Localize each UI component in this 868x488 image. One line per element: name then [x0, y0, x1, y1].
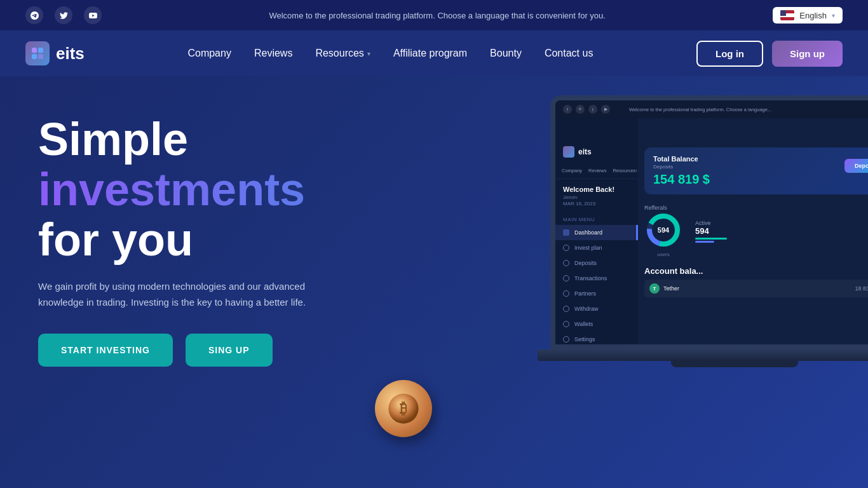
top-bar: Welcome to the professional trading plat…	[0, 0, 868, 30]
laptop-screen: f ✈ t ▶ Welcome to the professional trad…	[550, 95, 868, 349]
dash-main: Total Balance Deposits 154 819 $ Deposit	[638, 118, 868, 347]
bitcoin-coin: ₿	[375, 380, 432, 437]
dash-deposit-button[interactable]: Deposit	[844, 159, 868, 173]
dash-menu-withdraw[interactable]: Withdraw	[555, 301, 638, 316]
dash-account-balance-label: Account bala...	[644, 266, 868, 276]
dash-ref-users: users	[644, 252, 682, 257]
dash-logo-text: eits	[578, 147, 592, 156]
svg-rect-0	[32, 48, 37, 53]
dash-tg-icon: ✈	[576, 105, 585, 114]
dash-fb-icon: f	[563, 105, 572, 114]
dash-sidebar: eits Company Reviews Resources› Referral…	[555, 118, 638, 347]
dash-menu-wallets[interactable]: Wallets	[555, 316, 638, 332]
svg-rect-1	[38, 48, 43, 53]
dash-withdraw-icon	[563, 306, 569, 312]
dash-welcome-text: Welcome to the professional trading plat…	[629, 107, 771, 112]
dash-menu-deposits[interactable]: Deposits	[555, 255, 638, 271]
dash-invest-icon	[563, 245, 569, 251]
logo-icon	[25, 41, 50, 65]
nav-buttons: Log in Sign up	[696, 41, 843, 67]
dash-main-inner: Total Balance Deposits 154 819 $ Deposit	[638, 141, 868, 304]
telegram-icon[interactable]	[25, 6, 43, 24]
dash-logo-icon	[563, 146, 574, 158]
dash-total-balance: Total Balance Deposits 154 819 $ Deposit	[644, 147, 868, 194]
start-investing-button[interactable]: START INVESTING	[38, 334, 173, 367]
svg-text:₿: ₿	[400, 400, 407, 417]
dash-yt-icon: ▶	[601, 105, 610, 114]
dash-menu-invest[interactable]: Invest plan	[555, 240, 638, 255]
dash-active-value: 594	[695, 226, 727, 236]
dash-tether-row: T Tether 18 830 USDT	[644, 280, 868, 297]
svg-text:594: 594	[658, 226, 670, 234]
dash-nav-top: Company Reviews Resources› Referral...	[555, 165, 638, 179]
dash-active-label: Active	[695, 220, 727, 226]
signup-button[interactable]: Sign up	[772, 41, 843, 67]
nav-company[interactable]: Company	[187, 48, 231, 59]
nav-affiliate[interactable]: Affiliate program	[393, 48, 467, 59]
chevron-down-icon: ▾	[832, 12, 835, 19]
logo[interactable]: eits	[25, 41, 85, 65]
dash-deposits-icon	[563, 260, 569, 266]
twitter-icon[interactable]	[55, 6, 72, 24]
dash-top-bar: f ✈ t ▶ Welcome to the professional trad…	[555, 100, 868, 118]
laptop-stand	[671, 361, 798, 367]
navbar: eits Company Reviews Resources ▾ Affilia…	[0, 30, 868, 76]
dash-wallets-icon	[563, 321, 569, 327]
social-links	[25, 6, 102, 24]
dash-menu-dashboard[interactable]: Dashboard	[555, 225, 638, 240]
dash-balance-amount: 154 819 $	[653, 172, 710, 187]
dash-referrals-label: Refferals	[644, 205, 682, 211]
dash-settings-icon	[563, 336, 569, 342]
dash-date: MAR 16, 2023	[563, 201, 630, 207]
login-button[interactable]: Log in	[696, 41, 763, 67]
welcome-message: Welcome to the professional trading plat…	[269, 11, 605, 20]
dash-menu-transactions[interactable]: Transactions	[555, 271, 638, 286]
laptop-base	[538, 349, 868, 361]
flag-icon	[780, 10, 794, 20]
dash-welcome-name: Welcome Back!	[563, 186, 630, 193]
dash-tether-name: Tether	[663, 285, 679, 292]
dash-user-name: Jerom	[563, 194, 630, 200]
hero-subtitle: We gain profit by using modern technolog…	[38, 278, 330, 311]
dash-welcome-block: Welcome Back! Jerom MAR 16, 2023	[555, 179, 638, 213]
dash-tether-icon: T	[649, 283, 660, 294]
dash-donut-chart: 594	[644, 211, 682, 249]
nav-reviews[interactable]: Reviews	[254, 48, 292, 59]
dash-tw-icon: t	[588, 105, 597, 114]
dash-social-icons: f ✈ t ▶	[563, 105, 610, 114]
language-label: English	[799, 11, 827, 20]
youtube-icon[interactable]	[84, 6, 102, 24]
dash-menu-partners[interactable]: Partners	[555, 286, 638, 301]
dash-menu-label: Main Menu	[555, 213, 638, 225]
dash-deposits-label: Deposits	[653, 164, 710, 170]
nav-contact[interactable]: Contact us	[545, 48, 593, 59]
dash-dashboard-icon	[563, 229, 569, 236]
language-selector[interactable]: English ▾	[773, 7, 843, 24]
dash-partners-icon	[563, 290, 569, 297]
dash-balance-title: Total Balance	[653, 155, 710, 163]
dash-transactions-icon	[563, 275, 569, 281]
dash-menu-settings[interactable]: Settings	[555, 332, 638, 347]
resources-chevron-icon: ▾	[367, 50, 370, 57]
hero-section: Simple investments for you We gain profi…	[0, 76, 868, 488]
nav-links: Company Reviews Resources ▾ Affiliate pr…	[187, 48, 593, 59]
dash-logo: eits	[555, 141, 638, 163]
svg-rect-3	[38, 54, 43, 59]
nav-bounty[interactable]: Bounty	[490, 48, 522, 59]
nav-resources[interactable]: Resources ▾	[315, 48, 370, 59]
sing-up-button[interactable]: SING UP	[186, 334, 273, 367]
laptop-mockup: f ✈ t ▶ Welcome to the professional trad…	[550, 95, 868, 367]
logo-text: eits	[56, 44, 85, 64]
svg-rect-2	[32, 54, 37, 59]
dash-tether-amount: 18 830 USDT	[855, 285, 868, 292]
